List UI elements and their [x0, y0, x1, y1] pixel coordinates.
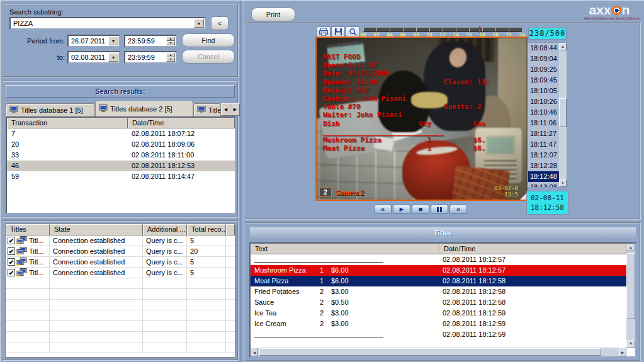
- timestamp-item[interactable]: 18:11:06: [528, 118, 559, 128]
- database-cell-additional: [143, 289, 187, 299]
- scroll-up-button[interactable]: ▲: [559, 43, 567, 50]
- timestamp-item[interactable]: 18:13:08: [528, 182, 559, 188]
- timestamp-item[interactable]: 18:12:28: [528, 161, 559, 171]
- database-cell-filler: [226, 289, 235, 299]
- timestamp-item[interactable]: 18:09:25: [528, 64, 559, 75]
- tab-titles-database-2[interactable]: Titles database 2 [5]: [95, 101, 193, 116]
- search-result-row[interactable]: 702.08.2011 18:07:12: [7, 128, 235, 139]
- datetime-cell: 02.08.2011 18:09:06: [128, 139, 235, 150]
- checkbox-checked[interactable]: ✔: [8, 237, 15, 244]
- pause-button[interactable]: [431, 205, 448, 214]
- timestamp-item[interactable]: 18:11:27: [528, 128, 559, 139]
- time-from-up-button[interactable]: ▲: [166, 37, 175, 41]
- item-qty: 2: [312, 319, 331, 329]
- timestamp-item[interactable]: 18:09:45: [528, 75, 559, 86]
- find-button[interactable]: Find: [182, 33, 235, 47]
- total-records-column-header[interactable]: Total reco...: [187, 224, 226, 235]
- timestamp-item[interactable]: 18:10:05: [528, 86, 559, 96]
- scroll-right-button[interactable]: ▶: [619, 348, 626, 356]
- titles-datetime-column-header[interactable]: Date/Time: [439, 244, 626, 254]
- date-to-value: 02.08.2011: [71, 54, 108, 61]
- play-button[interactable]: ►: [393, 205, 410, 214]
- titles-row[interactable]: Mushroom Pizza1$6.0002.08.2011 18:12:57: [251, 265, 626, 276]
- search-input[interactable]: PIZZA ▼: [9, 17, 206, 30]
- additional-column-header[interactable]: Additional ...: [143, 224, 187, 235]
- rewind-button[interactable]: «: [374, 205, 392, 214]
- timeline-position-marker[interactable]: [479, 26, 480, 33]
- tab-titles-database-1[interactable]: Titles database 1 [5]: [6, 103, 95, 116]
- history-button[interactable]: <: [211, 16, 229, 30]
- scroll-down-button[interactable]: ▼: [626, 340, 635, 348]
- timestamp-item[interactable]: 18:10:26: [528, 96, 559, 107]
- search-dropdown-button[interactable]: ▼: [194, 19, 204, 28]
- transaction-column-header[interactable]: Transaction: [7, 118, 128, 128]
- receipt-overlay-line: Waiter: John Pisani: [323, 111, 490, 119]
- titles-row[interactable]: Ice Tea2$3.0002.08.2011 18:12:59: [251, 308, 626, 319]
- titles-row[interactable]: Sauce2$0.5002.08.2011 18:12:58: [251, 297, 626, 308]
- scroll-down-button[interactable]: ▼: [559, 179, 567, 187]
- databases-table: Titles State Additional ... Total reco..…: [5, 223, 235, 358]
- titles-column-header[interactable]: Titles: [6, 224, 50, 235]
- timestamp-list[interactable]: 18:08:4418:09:0418:09:2518:09:4518:10:05…: [528, 42, 567, 188]
- time-to-field[interactable]: 23:59:59 ▲ ▼: [124, 51, 177, 64]
- titles-vertical-scrollbar[interactable]: ▲ ▼: [626, 244, 635, 348]
- titles-row[interactable]: Fried Potatoes2$3.0002.08.2011 18:12:58: [251, 286, 626, 297]
- fast-forward-button[interactable]: »: [449, 205, 467, 214]
- timestamp-item[interactable]: 18:11:47: [528, 139, 559, 150]
- scrollbar-thumb[interactable]: [259, 348, 601, 356]
- search-result-row[interactable]: 4602.08.2011 18:12:53: [7, 161, 235, 171]
- timestamp-scrollbar[interactable]: ▲ ⁞ ▼: [559, 43, 567, 187]
- scroll-left-button[interactable]: ◀: [251, 348, 258, 356]
- database-row[interactable]: ✔★Titl...Connection establishedQuery is …: [6, 268, 235, 278]
- title-text-cell: Ice Tea2$3.00: [251, 308, 439, 319]
- database-cell-title: [6, 300, 50, 310]
- tab-scroll-left-button[interactable]: ◀: [221, 103, 230, 116]
- titles-row[interactable]: Meat Pizza1$6.0002.08.2011 18:12:58: [251, 276, 626, 286]
- database-row[interactable]: ✔★Titl...Connection establishedQuery is …: [6, 257, 235, 268]
- timeline-bar[interactable]: [363, 27, 522, 32]
- database-row[interactable]: ✔★Titl...Connection establishedQuery is …: [6, 235, 235, 246]
- timestamp-item[interactable]: 18:12:07: [528, 150, 559, 161]
- cancel-button[interactable]: Cancel: [182, 50, 235, 64]
- tab-scroll-right-button[interactable]: ▶: [230, 103, 240, 116]
- vertical-splitter[interactable]: [240, 1, 244, 362]
- print-button[interactable]: Print: [251, 8, 295, 21]
- titles-row[interactable]: 02.08.2011 18:12:59: [251, 329, 626, 340]
- titles-database-icon: ★: [16, 257, 28, 266]
- timestamp-item[interactable]: 18:09:04: [528, 54, 559, 64]
- titles-row[interactable]: 02.08.2011 18:12:57: [251, 254, 626, 265]
- database-cell-title: [6, 332, 50, 342]
- date-to-dropdown-button[interactable]: ▼: [108, 53, 118, 62]
- datetime-column-header[interactable]: Date/Time: [128, 118, 235, 128]
- date-from-dropdown-button[interactable]: ▼: [108, 37, 118, 45]
- checkbox-checked[interactable]: ✔: [8, 247, 15, 255]
- timestamp-item[interactable]: 18:10:46: [528, 107, 559, 118]
- camera-frame[interactable]: FAST FOODOperation: 07Date: 07/15/2006Op…: [315, 37, 528, 201]
- time-to-up-button[interactable]: ▲: [166, 53, 175, 57]
- scrollbar-thumb[interactable]: ⁞: [559, 98, 567, 127]
- tab-titles-database-3[interactable]: Titles dat.: [193, 103, 221, 116]
- titles-horizontal-scrollbar[interactable]: ◀ ▶: [251, 348, 626, 356]
- date-from-field[interactable]: 26.07.2011 ▼: [67, 35, 120, 47]
- time-to-down-button[interactable]: ▼: [166, 57, 175, 62]
- state-column-header[interactable]: State: [50, 224, 143, 235]
- time-from-field[interactable]: 23:59:59 ▲ ▼: [124, 35, 177, 47]
- titles-row[interactable]: Ice Cream2$3.0002.08.2011 18:12:59: [251, 319, 626, 329]
- stop-button[interactable]: ■: [412, 205, 429, 214]
- search-result-row[interactable]: 5902.08.2011 18:14:47: [7, 171, 235, 182]
- text-column-header[interactable]: Text: [251, 244, 439, 254]
- checkbox-checked[interactable]: ✔: [8, 258, 15, 266]
- database-cell-filler: [226, 235, 235, 246]
- search-result-row[interactable]: 3302.08.2011 18:11:00: [7, 150, 235, 161]
- receipt-overlay-line: Dish Qty Cos: [323, 120, 490, 128]
- date-to-field[interactable]: 02.08.2011 ▼: [67, 51, 120, 64]
- scrollbar-thumb[interactable]: [626, 253, 635, 319]
- time-from-down-button[interactable]: ▼: [166, 41, 175, 45]
- database-cell-filler: [226, 332, 235, 342]
- scroll-up-button[interactable]: ▲: [626, 244, 635, 251]
- search-result-row[interactable]: 2002.08.2011 18:09:06: [7, 139, 235, 150]
- timestamp-item[interactable]: 18:12:48: [528, 171, 559, 182]
- timestamp-item[interactable]: 18:08:44: [528, 43, 559, 54]
- checkbox-checked[interactable]: ✔: [8, 269, 15, 276]
- database-row[interactable]: ✔★Titl...Connection establishedQuery is …: [6, 246, 235, 257]
